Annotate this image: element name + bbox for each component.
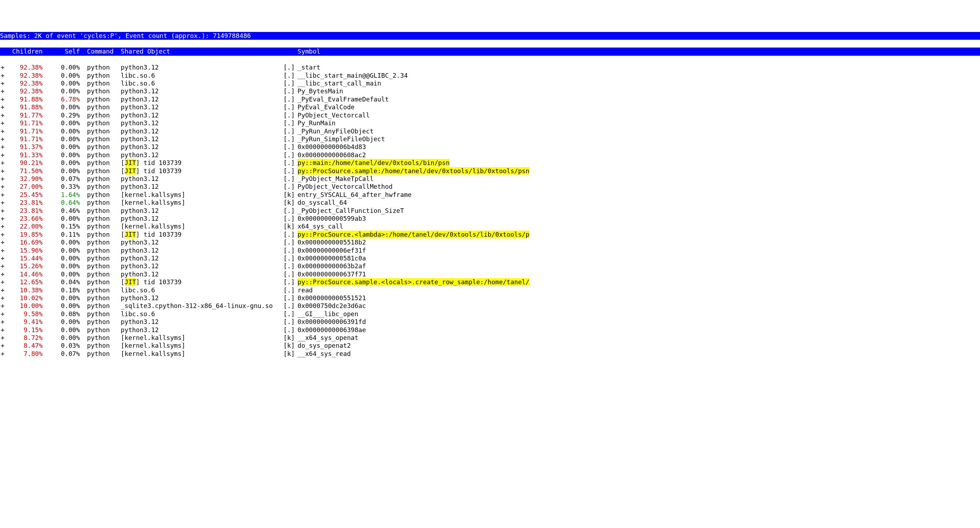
table-row[interactable]: +27.00%0.33%pythonpython3.12[.]PyObject_… <box>0 183 980 190</box>
table-row[interactable]: +91.88%6.78%pythonpython3.12[.]_PyEval_E… <box>0 95 980 103</box>
table-row[interactable]: +14.46%0.00%pythonpython3.12[.]0x0000000… <box>0 270 980 278</box>
expand-icon[interactable]: + <box>0 119 8 127</box>
expand-icon[interactable]: + <box>0 127 8 135</box>
table-row[interactable]: +91.88%0.00%pythonpython3.12[.]PyEval_Ev… <box>0 103 980 111</box>
table-row[interactable]: +15.44%0.00%pythonpython3.12[.]0x0000000… <box>0 254 980 262</box>
table-row[interactable]: +7.80%0.07%python[kernel.kallsyms][k]__x… <box>0 350 980 358</box>
expand-icon[interactable]: + <box>0 342 8 349</box>
expand-icon[interactable]: + <box>0 87 8 95</box>
expand-icon[interactable]: + <box>0 79 8 87</box>
table-row[interactable]: +91.37%0.00%pythonpython3.12[.]0x0000000… <box>0 143 980 151</box>
table-row[interactable]: +23.66%0.00%pythonpython3.12[.]0x0000000… <box>0 215 980 222</box>
table-row[interactable]: +8.47%0.03%python[kernel.kallsyms][k]do_… <box>0 342 980 349</box>
expand-icon[interactable]: + <box>0 95 8 103</box>
expand-icon[interactable]: + <box>0 143 8 151</box>
expand-icon[interactable]: + <box>0 238 8 246</box>
shared-object: python3.12 <box>121 87 283 95</box>
symbol-type: [.] <box>283 87 298 95</box>
expand-icon[interactable]: + <box>0 310 8 318</box>
table-row[interactable]: +12.65%0.04%python[JIT] tid 103739[.]py:… <box>0 278 980 286</box>
command: python <box>87 318 121 326</box>
table-row[interactable]: +71.50%0.00%python[JIT] tid 103739[.]py:… <box>0 167 980 175</box>
command: python <box>87 350 121 358</box>
symbol-type: [.] <box>283 294 298 302</box>
expand-icon[interactable]: + <box>0 302 8 310</box>
symbol: py::ProcSource.sample.<locals>.create_ro… <box>298 278 980 286</box>
expand-icon[interactable]: + <box>0 215 8 222</box>
table-row[interactable]: +23.81%0.46%pythonpython3.12[.]_PyObject… <box>0 207 980 215</box>
table-row[interactable]: +9.15%0.00%pythonpython3.12[.]0x00000000… <box>0 326 980 334</box>
expand-icon[interactable]: + <box>0 111 8 119</box>
table-row[interactable]: +91.71%0.00%pythonpython3.12[.]_PyRun_An… <box>0 127 980 135</box>
symbol: py::main:/home/tanel/dev/0xtools/bin/psn <box>298 159 980 167</box>
table-row[interactable]: +25.45%1.64%python[kernel.kallsyms][k]en… <box>0 191 980 199</box>
expand-icon[interactable]: + <box>0 254 8 262</box>
shared-object: [kernel.kallsyms] <box>121 342 283 349</box>
expand-icon[interactable]: + <box>0 262 8 270</box>
expand-icon[interactable]: + <box>0 191 8 199</box>
table-row[interactable]: +10.38%0.18%pythonlibc.so.6[.]read <box>0 286 980 294</box>
self-pct: 6.78% <box>43 95 80 103</box>
shared-object: python3.12 <box>121 238 283 246</box>
expand-icon[interactable]: + <box>0 350 8 358</box>
table-row[interactable]: +10.02%0.00%pythonpython3.12[.]0x0000000… <box>0 294 980 302</box>
expand-icon[interactable]: + <box>0 63 8 71</box>
table-row[interactable]: +91.71%0.00%pythonpython3.12[.]Py_RunMai… <box>0 119 980 127</box>
children-pct: 91.88% <box>8 103 43 111</box>
table-row[interactable]: +8.72%0.00%python[kernel.kallsyms][k]__x… <box>0 334 980 342</box>
table-row[interactable]: +19.85%0.11%python[JIT] tid 103739[.]py:… <box>0 231 980 238</box>
symbol-type: [.] <box>283 119 298 127</box>
table-row[interactable]: +91.77%0.29%pythonpython3.12[.]PyObject_… <box>0 111 980 119</box>
expand-icon[interactable]: + <box>0 270 8 278</box>
table-row[interactable]: +92.38%0.00%pythonlibc.so.6[.]__libc_sta… <box>0 72 980 79</box>
table-row[interactable]: +32.90%0.07%pythonpython3.12[.]_PyObject… <box>0 175 980 183</box>
table-row[interactable]: +92.38%0.00%pythonpython3.12[.]Py_BytesM… <box>0 87 980 95</box>
table-row[interactable]: +9.58%0.08%pythonlibc.so.6[.]__GI___libc… <box>0 310 980 318</box>
table-row[interactable]: +23.81%0.64%python[kernel.kallsyms][k]do… <box>0 199 980 206</box>
expand-icon[interactable]: + <box>0 159 8 167</box>
table-row[interactable]: +10.00%0.00%python_sqlite3.cpython-312-x… <box>0 302 980 310</box>
self-pct: 0.00% <box>43 326 80 334</box>
expand-icon[interactable]: + <box>0 207 8 215</box>
expand-icon[interactable]: + <box>0 183 8 190</box>
expand-icon[interactable]: + <box>0 231 8 238</box>
self-pct: 0.33% <box>43 183 80 190</box>
self-pct: 1.64% <box>43 191 80 199</box>
expand-icon[interactable]: + <box>0 326 8 334</box>
expand-icon[interactable]: + <box>0 167 8 175</box>
table-row[interactable]: +15.26%0.00%pythonpython3.12[.]0x0000000… <box>0 262 980 270</box>
symbol: __libc_start_main@@GLIBC_2.34 <box>298 72 980 79</box>
command: python <box>87 159 121 167</box>
shared-object: python3.12 <box>121 111 283 119</box>
table-row[interactable]: +92.38%0.00%pythonpython3.12[.]_start <box>0 63 980 71</box>
command: python <box>87 286 121 294</box>
expand-icon[interactable]: + <box>0 278 8 286</box>
symbol-type: [.] <box>283 95 298 103</box>
children-pct: 10.00% <box>8 302 43 310</box>
expand-icon[interactable]: + <box>0 247 8 254</box>
expand-icon[interactable]: + <box>0 222 8 230</box>
expand-icon[interactable]: + <box>0 318 8 326</box>
table-row[interactable]: +92.38%0.00%pythonlibc.so.6[.]__libc_sta… <box>0 79 980 87</box>
expand-icon[interactable]: + <box>0 135 8 143</box>
symbol: PyObject_Vectorcall <box>298 111 980 119</box>
table-row[interactable]: +91.71%0.00%pythonpython3.12[.]_PyRun_Si… <box>0 135 980 143</box>
symbol: PyEval_EvalCode <box>298 103 980 111</box>
expand-icon[interactable]: + <box>0 199 8 206</box>
table-row[interactable]: +16.69%0.00%pythonpython3.12[.]0x0000000… <box>0 238 980 246</box>
table-row[interactable]: +91.33%0.00%pythonpython3.12[.]0x0000000… <box>0 151 980 159</box>
expand-icon[interactable]: + <box>0 286 8 294</box>
table-row[interactable]: +9.41%0.00%pythonpython3.12[.]0x00000000… <box>0 318 980 326</box>
expand-icon[interactable]: + <box>0 334 8 342</box>
expand-icon[interactable]: + <box>0 175 8 183</box>
expand-icon[interactable]: + <box>0 294 8 302</box>
expand-icon[interactable]: + <box>0 151 8 159</box>
expand-icon[interactable]: + <box>0 103 8 111</box>
table-row[interactable]: +15.96%0.00%pythonpython3.12[.]0x0000000… <box>0 247 980 254</box>
expand-icon[interactable]: + <box>0 72 8 79</box>
table-row[interactable]: +90.21%0.00%python[JIT] tid 103739[.]py:… <box>0 159 980 167</box>
self-pct: 0.00% <box>43 302 80 310</box>
self-pct: 0.00% <box>43 334 80 342</box>
table-row[interactable]: +22.00%0.15%python[kernel.kallsyms][k]x6… <box>0 222 980 230</box>
command: python <box>87 254 121 262</box>
